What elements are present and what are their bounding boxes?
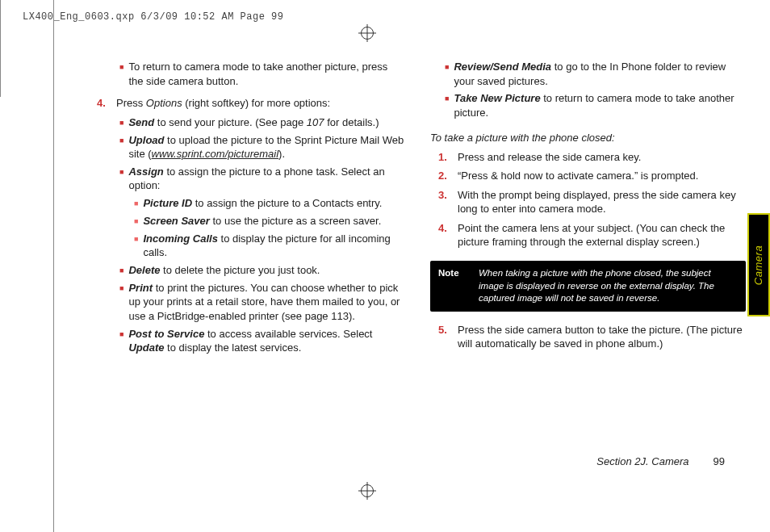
note-text: When taking a picture with the phone clo… bbox=[479, 267, 738, 305]
opt-screen-saver: ■ Screen Saver to use the picture as a s… bbox=[89, 214, 404, 228]
opt-post-to-service: ■ Post to Service to access available se… bbox=[89, 327, 404, 355]
column-right: ■ Review/Send Media to go to the In Phon… bbox=[430, 57, 746, 358]
note-box: Note When taking a picture with the phon… bbox=[430, 261, 746, 312]
section-tab-camera: Camera bbox=[747, 213, 770, 316]
options-label: Options bbox=[146, 97, 182, 109]
closed-step-5: 5. Press the side camera button to take … bbox=[430, 323, 746, 351]
bullet-icon: ■ bbox=[445, 60, 449, 88]
t: to send your picture. (See page bbox=[154, 116, 307, 128]
step-number: 4. bbox=[97, 96, 111, 111]
step-number: 3. bbox=[438, 188, 453, 216]
page-footer: Section 2J. Camera 99 bbox=[596, 455, 725, 467]
step-text: Press and release the side camera key. bbox=[458, 150, 746, 165]
step-text: With the prompt being displayed, press t… bbox=[458, 188, 746, 216]
section-tab-label: Camera bbox=[753, 245, 765, 284]
send-label: Send bbox=[128, 116, 154, 128]
print-label: Print bbox=[128, 282, 153, 294]
bullet-icon: ■ bbox=[119, 281, 123, 324]
post-to-service-label: Post to Service bbox=[128, 328, 204, 340]
t: to assign the picture to a phone task. S… bbox=[128, 165, 384, 192]
t: for details.) bbox=[324, 116, 379, 128]
opt-take-new-picture: ■ Take New Picture to return to camera m… bbox=[430, 91, 746, 119]
step-text: “Press & hold now to activate camera.” i… bbox=[458, 169, 746, 183]
opt-send: ■ Send to send your picture. (See page 1… bbox=[89, 115, 404, 130]
take-new-picture-label: Take New Picture bbox=[454, 92, 540, 104]
t: ). bbox=[278, 148, 285, 160]
bullet-icon: ■ bbox=[119, 327, 123, 355]
step-number: 5. bbox=[438, 323, 453, 351]
picture-id-label: Picture ID bbox=[143, 197, 192, 209]
print-slug: LX400_Eng_0603.qxp 6/3/09 10:52 AM Page … bbox=[23, 11, 283, 23]
step-4: 4. Press Options (right softkey) for mor… bbox=[89, 96, 404, 111]
bullet-icon: ■ bbox=[119, 263, 123, 278]
opt-print: ■ Print to print the pictures. You can c… bbox=[89, 281, 404, 324]
delete-label: Delete bbox=[128, 264, 160, 276]
assign-label: Assign bbox=[128, 165, 163, 178]
footer-section: Section 2J. Camera bbox=[596, 455, 688, 467]
step-number: 1. bbox=[438, 150, 453, 165]
bullet-icon: ■ bbox=[119, 115, 123, 130]
bullet-icon: ■ bbox=[119, 60, 123, 88]
t: to use the picture as a screen saver. bbox=[210, 215, 381, 227]
t: to print the pictures. You can choose wh… bbox=[128, 282, 400, 322]
opt-text: Assign to assign the picture to a phone … bbox=[128, 165, 404, 193]
opt-incoming-calls: ■ Incoming Calls to display the picture … bbox=[89, 232, 404, 260]
step-number: 2. bbox=[438, 169, 453, 183]
step-number: 4. bbox=[438, 221, 453, 249]
bullet-icon: ■ bbox=[119, 165, 123, 193]
opt-text: Picture ID to assign the picture to a Co… bbox=[143, 196, 382, 211]
subheading-phone-closed: To take a picture with the phone closed: bbox=[430, 131, 746, 145]
bullet-return-to-camera: ■ To return to camera mode to take anoth… bbox=[89, 60, 404, 88]
opt-review-send-media: ■ Review/Send Media to go to the In Phon… bbox=[430, 60, 746, 88]
bullet-icon: ■ bbox=[134, 232, 138, 260]
opt-text: Post to Service to access available serv… bbox=[128, 327, 404, 355]
step-text: Point the camera lens at your subject. (… bbox=[458, 221, 746, 249]
binding-rule bbox=[53, 0, 54, 532]
closed-step-4: 4. Point the camera lens at your subject… bbox=[430, 221, 746, 249]
opt-text: Incoming Calls to display the picture fo… bbox=[143, 232, 404, 260]
upload-link: www.sprint.com/picturemail bbox=[152, 148, 279, 160]
opt-text: Take New Picture to return to camera mod… bbox=[454, 91, 746, 119]
t: to display the latest services. bbox=[165, 341, 302, 354]
closed-step-1: 1. Press and release the side camera key… bbox=[430, 150, 746, 165]
step-text: Press the side camera button to take the… bbox=[458, 323, 746, 351]
t: to access available services. Select bbox=[204, 328, 372, 340]
registration-mark-top bbox=[358, 24, 376, 42]
opt-upload: ■ Upload to upload the picture to the Sp… bbox=[89, 133, 404, 161]
closed-step-2: 2. “Press & hold now to activate camera.… bbox=[430, 169, 746, 183]
opt-picture-id: ■ Picture ID to assign the picture to a … bbox=[89, 196, 404, 211]
t: to assign the picture to a Contacts entr… bbox=[192, 197, 382, 209]
crop-mark-top bbox=[0, 0, 770, 48]
column-left: ■ To return to camera mode to take anoth… bbox=[89, 57, 404, 358]
closed-step-3: 3. With the prompt being displayed, pres… bbox=[430, 188, 746, 216]
opt-delete: ■ Delete to delete the picture you just … bbox=[89, 263, 404, 278]
update-label: Update bbox=[128, 341, 164, 354]
step-text: Press Options (right softkey) for more o… bbox=[116, 96, 404, 111]
note-label: Note bbox=[438, 267, 479, 305]
upload-label: Upload bbox=[128, 134, 164, 146]
opt-assign: ■ Assign to assign the picture to a phon… bbox=[89, 165, 404, 193]
opt-text: Print to print the pictures. You can cho… bbox=[128, 281, 404, 324]
page-ref: 107 bbox=[307, 116, 324, 128]
bullet-icon: ■ bbox=[134, 196, 138, 211]
bullet-icon: ■ bbox=[134, 214, 138, 228]
bullet-icon: ■ bbox=[119, 133, 123, 161]
bullet-icon: ■ bbox=[445, 91, 449, 119]
opt-text: Send to send your picture. (See page 107… bbox=[128, 115, 379, 130]
page-body: ■ To return to camera mode to take anoth… bbox=[89, 57, 746, 500]
opt-text: Review/Send Media to go to the In Phone … bbox=[454, 60, 746, 88]
bullet-text: To return to camera mode to take another… bbox=[128, 60, 404, 88]
t: Press bbox=[116, 97, 146, 109]
screen-saver-label: Screen Saver bbox=[143, 215, 209, 227]
t: to delete the picture you just took. bbox=[160, 264, 320, 276]
opt-text: Delete to delete the picture you just to… bbox=[128, 263, 320, 278]
review-send-media-label: Review/Send Media bbox=[454, 61, 551, 73]
footer-page-number: 99 bbox=[714, 455, 725, 467]
t: (right softkey) for more options: bbox=[182, 97, 331, 109]
opt-text: Screen Saver to use the picture as a scr… bbox=[143, 214, 381, 228]
opt-text: Upload to upload the picture to the Spri… bbox=[128, 133, 404, 161]
incoming-calls-label: Incoming Calls bbox=[143, 232, 217, 245]
